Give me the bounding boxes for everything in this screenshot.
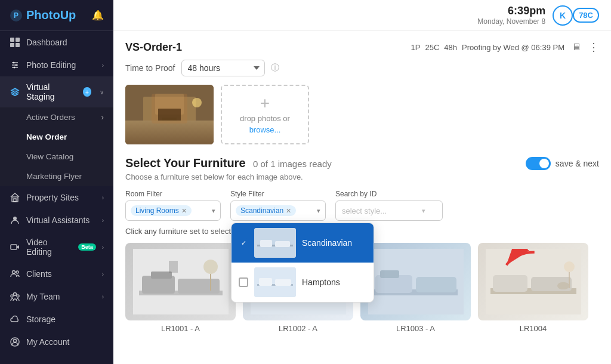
svg-point-22 (17, 295, 19, 297)
sidebar-item-label: Dashboard (26, 38, 67, 47)
svg-rect-16 (11, 245, 17, 249)
svg-rect-31 (162, 118, 177, 124)
sidebar-item-my-team[interactable]: My Team › (0, 285, 113, 308)
order-header: VS-Order-1 1P 25C 48h Proofing by Wed @ … (125, 41, 599, 54)
furniture-lr1001-svg (133, 249, 229, 314)
cloud-icon (10, 314, 20, 325)
search-id-input[interactable]: select style... ▾ (335, 200, 443, 221)
sidebar: P PhotoUp 🔔 Dashboard Photo Editing › Vi… (0, 0, 113, 364)
svg-rect-2 (10, 38, 14, 42)
svg-rect-4 (10, 43, 14, 47)
time-to-proof-select[interactable]: 48 hours 24 hours 72 hours (181, 60, 265, 76)
meta-48h: 48h (444, 43, 457, 52)
sidebar-item-marketing-flyer[interactable]: Marketing Flyer (0, 166, 113, 186)
sidebar-item-photo-editing[interactable]: Photo Editing › (0, 54, 113, 76)
svg-point-32 (192, 98, 202, 107)
svg-rect-14 (14, 199, 16, 202)
sidebar-item-virtual-staging[interactable]: Virtual Staging + ∨ (0, 76, 113, 107)
furniture-card-label: LR1003 - A (360, 324, 471, 333)
furniture-title-area: Select Your Furniture 0 of 1 images read… (125, 156, 332, 170)
furniture-lr1003-svg (368, 249, 464, 314)
sidebar-item-dashboard[interactable]: Dashboard (0, 31, 113, 54)
svg-rect-26 (125, 121, 214, 144)
sidebar-item-label: Property Sites (26, 193, 79, 202)
svg-point-24 (14, 340, 17, 343)
svg-rect-67 (557, 282, 569, 289)
sidebar-item-clients[interactable]: Clients › (0, 263, 113, 285)
sidebar-item-label: New Order (26, 132, 67, 141)
svg-rect-13 (12, 197, 18, 202)
video-icon (10, 242, 20, 252)
sidebar-item-my-account[interactable]: My Account (0, 331, 113, 353)
virtual-staging-section: Virtual Staging + ∨ Active Orders › New … (0, 76, 113, 186)
search-placeholder: select style... (342, 206, 387, 215)
sidebar-item-view-catalog[interactable]: View Catalog (0, 147, 113, 166)
sidebar-item-label: Storage (26, 314, 55, 324)
filters-row: Room Filter Living Rooms ✕ ▾ Style Filte… (125, 190, 599, 221)
furniture-card-label: LR1004 (478, 324, 588, 333)
svg-point-65 (564, 261, 575, 272)
dropdown-item-scandinavian[interactable]: Scandinavian (232, 223, 374, 263)
svg-rect-44 (178, 279, 220, 294)
room-filter-group: Room Filter Living Rooms ✕ ▾ (125, 190, 221, 221)
style-filter-tag-remove[interactable]: ✕ (286, 207, 291, 215)
scandinavian-checkbox (239, 238, 248, 248)
furniture-card-lr1001[interactable]: LR1001 - A (125, 243, 236, 333)
drop-text: drop photos or (240, 114, 290, 123)
browse-link[interactable]: browse... (249, 125, 281, 134)
plus-badge[interactable]: + (83, 87, 91, 97)
svg-point-19 (16, 271, 18, 273)
svg-point-18 (13, 271, 16, 274)
svg-rect-30 (158, 109, 181, 122)
furniture-card-lr1003[interactable]: LR1003 - A (360, 243, 471, 333)
room-thumbnail[interactable] (125, 85, 214, 144)
topbar-time: 6:39pm Monday, November 8 (477, 5, 545, 26)
svg-rect-60 (380, 270, 399, 278)
page-content: VS-Order-1 1P 25C 48h Proofing by Wed @ … (113, 31, 611, 364)
room-filter-tag-remove[interactable]: ✕ (181, 207, 187, 215)
plus-icon: + (260, 95, 270, 112)
current-time: 6:39pm (477, 5, 545, 17)
save-next-toggle[interactable] (526, 157, 551, 170)
chevron-right-icon: › (102, 271, 104, 277)
search-by-id-group: Search by ID select style... ▾ (335, 190, 443, 221)
bell-icon[interactable]: 🔔 (92, 10, 104, 21)
room-filter-select[interactable]: Living Rooms ✕ ▾ (125, 200, 221, 221)
svg-rect-35 (260, 240, 272, 247)
sidebar-item-storage[interactable]: Storage (0, 308, 113, 331)
svg-point-21 (11, 295, 13, 297)
sidebar-item-property-sites[interactable]: Property Sites › (0, 186, 113, 209)
sidebar-item-video-editing[interactable]: Video Editing Beta › (0, 232, 113, 263)
dropdown-item-hamptons[interactable]: Hamptons (232, 263, 374, 302)
meta-25c: 25C (425, 43, 440, 52)
beta-badge: Beta (78, 243, 96, 251)
svg-marker-12 (11, 88, 18, 92)
search-id-label: Search by ID (335, 190, 443, 198)
more-options-button[interactable]: ⋮ (588, 41, 599, 54)
svg-point-15 (13, 217, 17, 220)
style-filter-dropdown: Scandinavian (231, 223, 374, 303)
chevron-down-icon: ▾ (212, 207, 215, 215)
svg-rect-45 (151, 272, 172, 279)
info-icon[interactable]: ⓘ (271, 63, 279, 73)
room-image (125, 85, 214, 144)
sidebar-item-active-orders[interactable]: Active Orders › (0, 107, 113, 127)
topbar: 6:39pm Monday, November 8 K 78C (113, 0, 611, 31)
sidebar-item-virtual-assistants[interactable]: Virtual Assistants › (0, 209, 113, 232)
hamptons-label: Hamptons (302, 277, 340, 287)
photo-drop-area[interactable]: + drop photos or browse... (221, 85, 309, 144)
furniture-count: 0 of 1 images ready (253, 159, 332, 169)
sidebar-item-label: Video Editing (26, 237, 69, 257)
avatar[interactable]: K (553, 5, 573, 26)
sidebar-item-label: My Team (26, 292, 60, 301)
furniture-card-label: LR1001 - A (125, 324, 236, 333)
red-arrow-indicator (501, 249, 537, 281)
scandinavian-label: Scandinavian (302, 238, 352, 248)
svg-rect-40 (275, 279, 291, 286)
proof-info: Proofing by Wed @ 06:39 PM (462, 43, 564, 52)
style-filter-group: Style Filter Scandinavian ✕ ▾ (230, 190, 326, 221)
style-filter-select[interactable]: Scandinavian ✕ ▾ (230, 200, 326, 221)
sliders-icon (10, 60, 20, 70)
sidebar-item-new-order[interactable]: New Order (0, 127, 113, 147)
monitor-icon-button[interactable]: 🖥 (569, 41, 584, 54)
